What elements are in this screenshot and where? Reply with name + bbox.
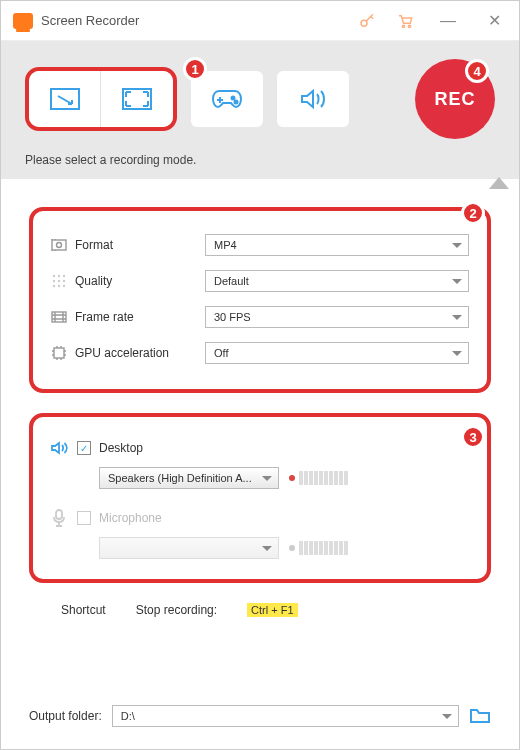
shortcut-label: Shortcut xyxy=(61,603,106,617)
minimize-button[interactable]: — xyxy=(434,12,462,30)
stop-recording-key: Ctrl + F1 xyxy=(247,603,297,617)
speaker-icon xyxy=(51,440,77,456)
svg-point-0 xyxy=(361,20,367,26)
microphone-checkbox[interactable] xyxy=(77,511,91,525)
output-footer: Output folder: D:\ xyxy=(29,705,491,727)
microphone-vu-meter xyxy=(289,541,348,555)
svg-rect-18 xyxy=(52,312,66,322)
framerate-icon xyxy=(51,309,75,325)
close-button[interactable]: ✕ xyxy=(482,11,507,30)
microphone-icon xyxy=(51,509,77,527)
svg-point-10 xyxy=(58,275,60,277)
window-title: Screen Recorder xyxy=(41,13,139,28)
annotation-badge-3: 3 xyxy=(461,425,485,449)
stop-recording-label: Stop recording: xyxy=(136,603,217,617)
quality-icon xyxy=(51,273,75,289)
desktop-audio-checkbox[interactable]: ✓ xyxy=(77,441,91,455)
cart-icon[interactable] xyxy=(396,12,414,30)
titlebar: Screen Recorder — ✕ xyxy=(1,1,519,41)
mode-hint: Please select a recording mode. xyxy=(25,153,495,167)
framerate-label: Frame rate xyxy=(75,310,205,324)
svg-point-16 xyxy=(58,285,60,287)
quality-label: Quality xyxy=(75,274,205,288)
svg-point-14 xyxy=(63,280,65,282)
svg-point-12 xyxy=(53,280,55,282)
svg-point-11 xyxy=(63,275,65,277)
svg-point-17 xyxy=(63,285,65,287)
record-label: REC xyxy=(434,89,475,110)
framerate-dropdown[interactable]: 30 FPS xyxy=(205,306,469,328)
app-logo-icon xyxy=(13,13,33,29)
shortcut-row: Shortcut Stop recording: Ctrl + F1 xyxy=(61,603,459,617)
svg-point-13 xyxy=(58,280,60,282)
collapse-toggle-icon[interactable] xyxy=(489,177,509,189)
format-icon xyxy=(51,237,75,253)
game-mode-button[interactable] xyxy=(191,71,263,127)
svg-point-9 xyxy=(53,275,55,277)
format-dropdown[interactable]: MP4 xyxy=(205,234,469,256)
gpu-label: GPU acceleration xyxy=(75,346,205,360)
audio-mode-button[interactable] xyxy=(277,71,349,127)
app-window: Screen Recorder — ✕ xyxy=(0,0,520,750)
format-label: Format xyxy=(75,238,205,252)
microphone-device-dropdown[interactable] xyxy=(99,537,279,559)
svg-point-15 xyxy=(53,285,55,287)
quality-dropdown[interactable]: Default xyxy=(205,270,469,292)
svg-rect-7 xyxy=(52,240,66,250)
svg-rect-19 xyxy=(54,348,64,358)
output-folder-dropdown[interactable]: D:\ xyxy=(112,705,459,727)
region-mode-group xyxy=(25,67,177,131)
video-settings-panel: Format MP4 Quality Default Frame rate 30… xyxy=(29,207,491,393)
annotation-badge-1: 1 xyxy=(183,57,207,81)
svg-point-8 xyxy=(57,243,62,248)
svg-point-5 xyxy=(232,97,235,100)
svg-point-1 xyxy=(402,25,404,27)
output-folder-label: Output folder: xyxy=(29,709,102,723)
mode-toolbar: REC Please select a recording mode. xyxy=(1,41,519,179)
desktop-vu-meter xyxy=(289,471,348,485)
annotation-badge-2: 2 xyxy=(461,201,485,225)
audio-settings-panel: ✓ Desktop Speakers (High Definition A...… xyxy=(29,413,491,583)
gpu-icon xyxy=(51,345,75,361)
gpu-dropdown[interactable]: Off xyxy=(205,342,469,364)
desktop-device-dropdown[interactable]: Speakers (High Definition A... xyxy=(99,467,279,489)
annotation-badge-4: 4 xyxy=(465,59,489,83)
key-icon[interactable] xyxy=(358,12,376,30)
microphone-label: Microphone xyxy=(99,511,162,525)
browse-folder-icon[interactable] xyxy=(469,707,491,725)
fullscreen-button[interactable] xyxy=(101,71,173,127)
custom-region-button[interactable] xyxy=(29,71,101,127)
svg-rect-20 xyxy=(56,510,62,519)
desktop-audio-label: Desktop xyxy=(99,441,143,455)
svg-point-2 xyxy=(408,25,410,27)
svg-point-6 xyxy=(235,101,238,104)
